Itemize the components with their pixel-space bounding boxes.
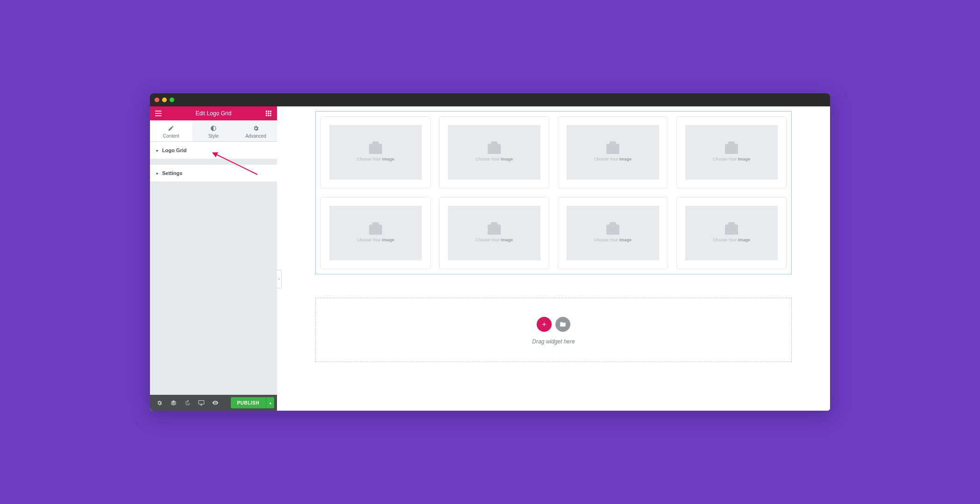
image-placeholder[interactable]: Choose Your Image xyxy=(567,125,659,180)
placeholder-text: Choose Your Image xyxy=(713,157,750,161)
sidebar-footer: PUBLISH ▴ xyxy=(150,395,277,411)
gear-icon xyxy=(253,125,259,132)
image-placeholder[interactable]: Choose Your Image xyxy=(448,206,540,260)
placeholder-text: Choose Your Image xyxy=(476,238,513,242)
caret-right-icon: ▸ xyxy=(156,148,158,153)
caret-right-icon: ▸ xyxy=(156,171,158,175)
publish-group: PUBLISH ▴ xyxy=(231,397,274,408)
folder-icon xyxy=(560,321,566,328)
image-placeholder[interactable]: Choose Your Image xyxy=(685,206,778,260)
logo-card: Choose Your Image xyxy=(439,197,549,269)
window-titlebar xyxy=(150,93,830,106)
panel-title: Edit Logo Grid xyxy=(162,110,265,117)
section-logo-grid[interactable]: ▸ Logo Grid xyxy=(150,142,277,159)
svg-rect-6 xyxy=(266,115,267,116)
svg-rect-1 xyxy=(268,111,270,112)
placeholder-text: Choose Your Image xyxy=(357,238,394,242)
tab-content-label: Content xyxy=(163,133,179,139)
placeholder-text: Choose Your Image xyxy=(594,238,632,242)
section-settings[interactable]: ▸ Settings xyxy=(150,165,277,182)
image-placeholder[interactable]: Choose Your Image xyxy=(567,206,659,260)
camera-icon xyxy=(369,144,382,154)
pencil-icon xyxy=(168,125,174,132)
svg-rect-7 xyxy=(268,115,270,116)
tab-style[interactable]: Style xyxy=(192,120,235,141)
sidebar-fill xyxy=(150,182,277,395)
camera-icon xyxy=(725,144,738,154)
svg-rect-8 xyxy=(270,115,271,116)
panel-tabs: Content Style Advanced xyxy=(150,120,277,142)
camera-icon xyxy=(606,144,619,154)
tab-content[interactable]: Content xyxy=(150,120,192,141)
svg-rect-4 xyxy=(268,113,270,114)
logo-card: Choose Your Image xyxy=(558,197,668,269)
responsive-icon[interactable] xyxy=(195,396,208,409)
logo-card: Choose Your Image xyxy=(439,116,549,189)
camera-icon xyxy=(725,224,738,235)
dropzone-text: Drag widget here xyxy=(532,338,575,345)
history-icon[interactable] xyxy=(181,396,194,409)
contrast-icon xyxy=(210,125,217,132)
section-settings-label: Settings xyxy=(162,170,182,176)
panel-header: Edit Logo Grid xyxy=(150,106,277,120)
image-placeholder[interactable]: Choose Your Image xyxy=(329,125,422,180)
add-section-button[interactable] xyxy=(537,317,552,332)
tab-style-label: Style xyxy=(208,133,219,139)
section-logo-grid-label: Logo Grid xyxy=(162,147,187,153)
tab-advanced-label: Advanced xyxy=(245,133,266,139)
logo-card: Choose Your Image xyxy=(558,116,668,189)
app-window: Edit Logo Grid Content xyxy=(150,93,830,411)
camera-icon xyxy=(488,144,501,154)
tab-advanced[interactable]: Advanced xyxy=(234,120,277,141)
section-gap xyxy=(150,159,277,165)
placeholder-text: Choose Your Image xyxy=(713,238,750,242)
logo-grid-widget[interactable]: Choose Your Image Choose Your Image Choo… xyxy=(315,111,792,274)
placeholder-text: Choose Your Image xyxy=(357,157,394,161)
navigator-icon[interactable] xyxy=(167,396,180,409)
camera-icon xyxy=(606,224,619,235)
publish-button[interactable]: PUBLISH xyxy=(231,397,266,408)
app-body: Edit Logo Grid Content xyxy=(150,106,830,411)
dropzone-buttons xyxy=(537,317,570,332)
settings-icon[interactable] xyxy=(153,396,166,409)
image-placeholder[interactable]: Choose Your Image xyxy=(329,206,422,260)
publish-more-button[interactable]: ▴ xyxy=(266,397,274,408)
window-zoom-dot[interactable] xyxy=(170,98,174,102)
svg-rect-3 xyxy=(266,113,267,114)
window-minimize-dot[interactable] xyxy=(162,98,167,102)
collapse-sidebar-handle[interactable]: ‹ xyxy=(277,270,282,288)
dropzone[interactable]: Drag widget here xyxy=(315,298,792,362)
editor-canvas[interactable]: Choose Your Image Choose Your Image Choo… xyxy=(277,106,830,411)
image-placeholder[interactable]: Choose Your Image xyxy=(685,125,778,180)
window-close-dot[interactable] xyxy=(155,98,159,102)
svg-rect-0 xyxy=(266,111,267,112)
menu-icon[interactable] xyxy=(155,110,162,117)
editor-sidebar: Edit Logo Grid Content xyxy=(150,106,277,411)
logo-card: Choose Your Image xyxy=(676,197,787,269)
add-template-button[interactable] xyxy=(555,317,570,332)
image-placeholder[interactable]: Choose Your Image xyxy=(448,125,540,180)
preview-icon[interactable] xyxy=(209,396,222,409)
logo-grid: Choose Your Image Choose Your Image Choo… xyxy=(320,116,787,269)
apps-icon[interactable] xyxy=(265,110,272,117)
svg-rect-5 xyxy=(270,113,271,114)
logo-card: Choose Your Image xyxy=(676,116,787,189)
logo-card: Choose Your Image xyxy=(320,116,431,189)
placeholder-text: Choose Your Image xyxy=(476,157,513,161)
logo-card: Choose Your Image xyxy=(320,197,431,269)
placeholder-text: Choose Your Image xyxy=(594,157,632,161)
camera-icon xyxy=(369,224,382,235)
camera-icon xyxy=(488,224,501,235)
plus-icon xyxy=(541,321,547,328)
svg-rect-2 xyxy=(270,111,271,112)
